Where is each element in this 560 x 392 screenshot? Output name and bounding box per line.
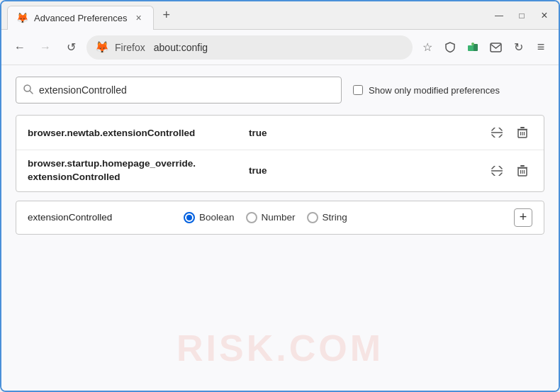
pref-actions-1 <box>487 123 532 142</box>
search-box[interactable] <box>16 77 342 103</box>
pref-name-2: browser.startup.homepage_override. exten… <box>28 157 240 184</box>
pref-toggle-btn-2[interactable] <box>487 161 507 181</box>
radio-number-label: Number <box>262 212 296 223</box>
add-preference-button[interactable]: + <box>514 208 532 227</box>
pref-name-1: browser.newtab.extensionControlled <box>28 128 240 138</box>
radio-option-string[interactable]: String <box>307 212 347 223</box>
svg-rect-3 <box>491 43 501 52</box>
browser-brand-label: Firefox <box>115 42 145 53</box>
bookmark-icon[interactable]: ☆ <box>418 38 437 57</box>
new-preference-row: extensionControlled Boolean Number Strin… <box>16 201 544 235</box>
pref-value-2: true <box>249 165 478 176</box>
email-icon[interactable] <box>486 38 505 57</box>
navigation-toolbar: ← → ↺ 🦊 Firefox about:config ☆ <box>1 30 559 65</box>
preferences-table: browser.newtab.extensionControlled true <box>16 115 544 192</box>
pref-delete-btn-2[interactable] <box>513 161 532 181</box>
window-controls: — □ × <box>491 7 553 24</box>
pref-value-1: true <box>249 128 478 138</box>
radio-option-number[interactable]: Number <box>246 212 296 223</box>
radio-string-indicator[interactable] <box>307 212 318 223</box>
search-row: Show only modified preferences <box>16 77 544 103</box>
menu-icon[interactable]: ≡ <box>532 38 550 57</box>
pref-toggle-btn-1[interactable] <box>487 123 507 142</box>
back-button[interactable]: ← <box>10 38 30 57</box>
new-tab-button[interactable]: + <box>157 6 177 26</box>
svg-line-5 <box>30 91 33 94</box>
search-input[interactable] <box>39 84 334 96</box>
shield-icon <box>441 38 459 57</box>
radio-option-boolean[interactable]: Boolean <box>184 212 235 223</box>
svg-rect-2 <box>471 43 474 45</box>
radio-string-label: String <box>323 212 347 223</box>
minimize-button[interactable]: — <box>491 7 508 24</box>
show-modified-row: Show only modified preferences <box>353 85 500 96</box>
pref-delete-btn-1[interactable] <box>513 123 532 142</box>
reload-button[interactable]: ↺ <box>61 38 81 57</box>
show-modified-label: Show only modified preferences <box>369 85 500 96</box>
type-radio-group: Boolean Number String <box>184 212 347 223</box>
tab-favicon: 🦊 <box>16 12 28 23</box>
table-row: browser.startup.homepage_override. exten… <box>16 150 544 191</box>
forward-button[interactable]: → <box>35 38 55 57</box>
address-bar[interactable]: 🦊 Firefox about:config <box>86 35 413 60</box>
svg-rect-1 <box>474 44 478 51</box>
watermark: RISK.COM <box>177 327 383 369</box>
new-pref-name: extensionControlled <box>28 212 169 223</box>
pref-actions-2 <box>487 161 532 181</box>
show-modified-checkbox[interactable] <box>353 85 363 95</box>
radio-number-indicator[interactable] <box>246 212 257 223</box>
table-row: browser.newtab.extensionControlled true <box>16 116 544 150</box>
radio-boolean-label: Boolean <box>199 212 235 223</box>
url-display: about:config <box>154 42 208 53</box>
extension-icon[interactable] <box>464 38 482 57</box>
toolbar-icons: ☆ ↻ ≡ <box>418 38 550 57</box>
sync-icon[interactable]: ↻ <box>509 38 527 57</box>
page-content: RISK.COM Show only modified preferences <box>1 65 559 391</box>
firefox-logo-icon: 🦊 <box>95 40 109 54</box>
tab-title: Advanced Preferences <box>34 13 128 23</box>
browser-tab[interactable]: 🦊 Advanced Preferences × <box>7 6 154 30</box>
radio-boolean-indicator[interactable] <box>184 212 195 223</box>
tab-close-button[interactable]: × <box>133 11 145 25</box>
title-bar: 🦊 Advanced Preferences × + — □ × <box>1 1 559 30</box>
search-icon <box>23 84 33 96</box>
browser-window: 🦊 Advanced Preferences × + — □ × ← → ↺ 🦊… <box>0 0 560 392</box>
close-window-button[interactable]: × <box>536 7 553 24</box>
maximize-button[interactable]: □ <box>513 7 530 24</box>
